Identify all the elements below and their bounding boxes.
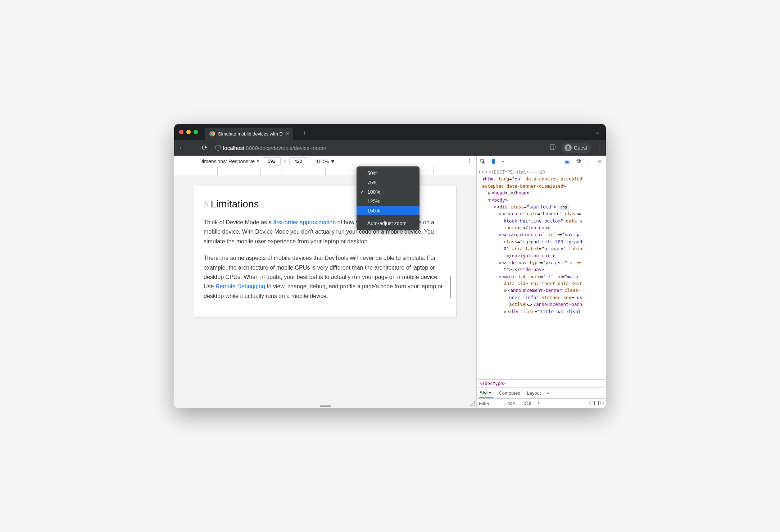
styles-filter-input[interactable] xyxy=(479,401,500,406)
profile-button[interactable]: Guest xyxy=(561,143,591,153)
dimension-separator: × xyxy=(284,159,286,164)
hov-toggle[interactable]: :hov xyxy=(503,400,517,407)
devtools-toolbar: » ▣ ⋮ ✕ xyxy=(477,156,606,167)
grid-badge[interactable]: grid xyxy=(558,205,570,210)
tab-computed[interactable]: Computed xyxy=(498,389,521,397)
tab-close-button[interactable]: × xyxy=(286,131,289,137)
remote-debugging-link[interactable]: Remote Debugging xyxy=(216,283,265,289)
messages-icon[interactable]: ▣ xyxy=(564,158,571,165)
zoom-option-75[interactable]: 75% xyxy=(357,178,420,187)
device-toolbar: Dimensions: Responsive ▼ × 100% ▼ ⋮ 50% … xyxy=(174,156,476,167)
device-toggle-icon[interactable] xyxy=(490,158,497,165)
back-button[interactable]: ← xyxy=(178,144,185,152)
browser-window: Simulate mobile devices with D × + ⌄ ← →… xyxy=(174,124,606,408)
tab-layout[interactable]: Layout xyxy=(526,389,541,397)
computed-styles-sidebar-icon[interactable] xyxy=(589,400,595,407)
tab-title: Simulate mobile devices with D xyxy=(218,131,283,137)
address-bar[interactable]: i localhost:8080/docs/devtools/device-mo… xyxy=(212,142,329,153)
devtools-panel: » ▣ ⋮ ✕ •••<!DOCTYPE html> == $0 <html l… xyxy=(477,156,606,408)
zoom-option-100[interactable]: ✓100% xyxy=(357,187,420,197)
width-ruler[interactable] xyxy=(174,167,476,175)
elements-dom-tree[interactable]: •••<!DOCTYPE html> == $0 <html lang="en"… xyxy=(477,167,606,379)
window-controls xyxy=(179,130,198,134)
devtools-menu-button[interactable]: ⋮ xyxy=(586,158,592,165)
forward-button[interactable]: → xyxy=(189,144,196,152)
cls-toggle[interactable]: .cls xyxy=(520,400,533,407)
device-mode-viewport: Dimensions: Responsive ▼ × 100% ▼ ⋮ 50% … xyxy=(174,156,477,408)
site-info-icon[interactable]: i xyxy=(215,145,221,151)
viewport-canvas: #Limitations Think of Device Mode as a f… xyxy=(174,175,476,408)
inspect-element-icon[interactable] xyxy=(480,158,486,165)
zoom-menu: 50% 75% ✓100% 125% 150% Auto-adjust zoom xyxy=(357,166,420,230)
dimensions-label: Dimensions: Responsive xyxy=(199,159,255,164)
close-window-button[interactable] xyxy=(179,130,183,134)
check-icon: ✓ xyxy=(360,189,364,195)
zoom-dropdown-button[interactable]: 100% ▼ xyxy=(316,159,335,164)
chrome-favicon-icon xyxy=(209,131,215,137)
tabs-dropdown-button[interactable]: ⌄ xyxy=(595,128,600,136)
svg-point-4 xyxy=(212,133,213,134)
drag-handle-icon[interactable] xyxy=(320,405,331,407)
url-path: /docs/devtools/device-mode/ xyxy=(258,145,326,151)
zoom-option-125[interactable]: 125% xyxy=(357,197,420,206)
titlebar: Simulate mobile devices with D × + ⌄ xyxy=(174,124,606,140)
devtools-close-button[interactable]: ✕ xyxy=(597,158,603,165)
zoom-option-50[interactable]: 50% xyxy=(357,169,420,178)
resize-grip-icon[interactable]: ◿ xyxy=(470,399,475,407)
url-port: :8080 xyxy=(244,145,258,151)
styles-filter-bar: :hov .cls + xyxy=(477,398,606,408)
main-area: Dimensions: Responsive ▼ × 100% ▼ ⋮ 50% … xyxy=(174,156,606,408)
svg-rect-5 xyxy=(550,145,555,149)
svg-point-7 xyxy=(567,146,569,148)
tab-styles[interactable]: Styles xyxy=(479,389,493,398)
profile-label: Guest xyxy=(574,145,587,151)
panel-tabs-overflow-button[interactable]: » xyxy=(501,159,504,164)
dropdown-triangle-icon: ▼ xyxy=(330,159,335,164)
zoom-auto-adjust[interactable]: Auto-adjust zoom xyxy=(357,219,420,228)
device-toolbar-menu-button[interactable]: ⋮ xyxy=(466,157,473,165)
menu-separator xyxy=(357,217,420,217)
elements-breadcrumb[interactable]: <!doctype> xyxy=(477,379,606,387)
height-input[interactable] xyxy=(289,157,307,165)
avatar-icon xyxy=(564,144,572,151)
zoom-option-150[interactable]: 150% xyxy=(357,206,420,215)
toggle-sidebar-icon[interactable] xyxy=(598,400,604,407)
maximize-window-button[interactable] xyxy=(194,130,198,134)
styles-tabs: Styles Computed Layout » xyxy=(477,387,606,398)
zoom-label: 100% xyxy=(316,159,329,164)
first-order-approximation-link[interactable]: first-order approximation xyxy=(273,219,336,225)
dimensions-dropdown[interactable]: Dimensions: Responsive ▼ xyxy=(199,159,260,164)
styles-tabs-overflow-button[interactable]: » xyxy=(547,390,549,396)
reload-button[interactable]: ⟳ xyxy=(201,144,208,152)
new-tab-button[interactable]: + xyxy=(302,128,307,138)
browser-tab[interactable]: Simulate mobile devices with D × xyxy=(205,128,293,140)
width-input[interactable] xyxy=(263,157,281,165)
dropdown-triangle-icon: ▼ xyxy=(256,159,260,163)
browser-toolbar: ← → ⟳ i localhost:8080/docs/devtools/dev… xyxy=(174,140,606,156)
heading-anchor-icon[interactable]: # xyxy=(204,198,209,210)
minimize-window-button[interactable] xyxy=(186,130,191,134)
side-panel-icon[interactable] xyxy=(549,144,556,152)
svg-rect-13 xyxy=(598,401,603,405)
scrollbar[interactable] xyxy=(450,276,451,298)
new-style-rule-button[interactable]: + xyxy=(536,400,541,407)
ellipsis-icon: ••• xyxy=(478,169,489,175)
settings-icon[interactable] xyxy=(575,158,581,165)
browser-menu-button[interactable]: ⋮ xyxy=(596,144,602,152)
url-host: localhost xyxy=(223,145,244,151)
paragraph-2: There are some aspects of mobile devices… xyxy=(204,253,447,301)
